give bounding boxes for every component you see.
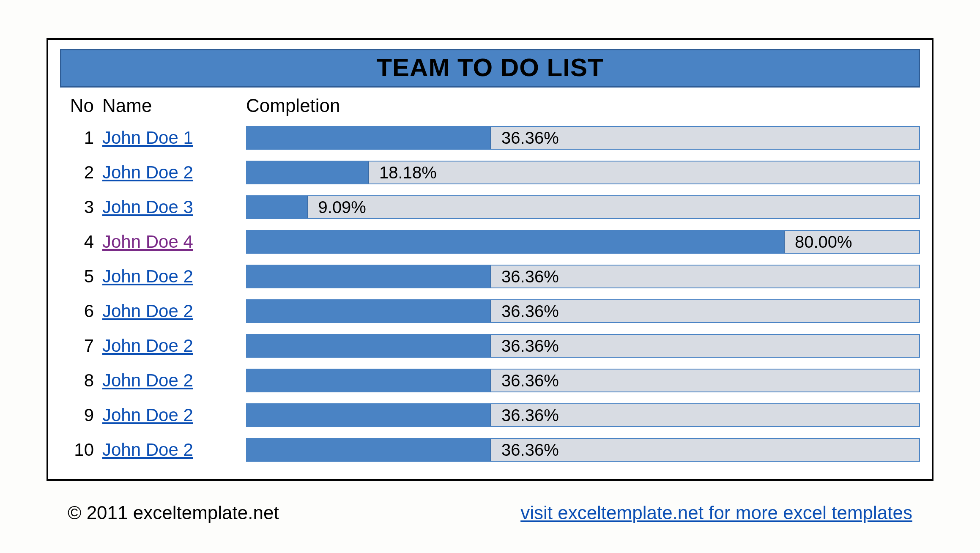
completion-label: 80.00% — [795, 233, 852, 252]
completion-bar-fill — [247, 266, 491, 287]
row-number: 4 — [60, 232, 102, 252]
person-link[interactable]: John Doe 1 — [102, 128, 193, 148]
person-link[interactable]: John Doe 2 — [102, 266, 193, 286]
completion-bar-fill — [247, 300, 491, 322]
completion-bar: 36.36% — [246, 126, 920, 150]
completion-bar: 36.36% — [246, 438, 920, 462]
completion-bar-fill — [247, 439, 491, 461]
header-name: Name — [102, 95, 246, 116]
completion-label: 36.36% — [501, 441, 559, 460]
completion-bar-fill — [247, 335, 491, 357]
row-number: 9 — [60, 405, 102, 425]
completion-label: 36.36% — [501, 406, 559, 425]
person-link[interactable]: John Doe 3 — [102, 197, 193, 217]
header-no: No — [60, 95, 102, 116]
header-completion: Completion — [246, 95, 920, 116]
completion-bar-fill — [247, 231, 785, 253]
table-row: 2John Doe 218.18% — [60, 155, 920, 190]
row-number: 8 — [60, 370, 102, 391]
row-number: 10 — [60, 440, 102, 460]
row-number: 2 — [60, 162, 102, 183]
row-name-cell: John Doe 3 — [102, 197, 246, 217]
row-number: 5 — [60, 266, 102, 287]
completion-label: 36.36% — [501, 267, 559, 286]
row-name-cell: John Doe 4 — [102, 232, 246, 252]
completion-bar-fill — [247, 370, 491, 391]
row-number: 3 — [60, 197, 102, 217]
row-number: 1 — [60, 128, 102, 148]
completion-bar: 36.36% — [246, 369, 920, 392]
table-row: 1John Doe 136.36% — [60, 120, 920, 155]
completion-bar-fill — [247, 404, 491, 426]
person-link[interactable]: John Doe 2 — [102, 370, 193, 390]
completion-bar-fill — [247, 127, 491, 149]
completion-bar: 36.36% — [246, 265, 920, 288]
row-name-cell: John Doe 2 — [102, 370, 246, 391]
completion-label: 18.18% — [379, 163, 437, 182]
row-name-cell: John Doe 2 — [102, 266, 246, 287]
row-name-cell: John Doe 2 — [102, 301, 246, 321]
row-name-cell: John Doe 2 — [102, 336, 246, 356]
table-row: 10John Doe 236.36% — [60, 433, 920, 467]
more-templates-link[interactable]: visit exceltemplate.net for more excel t… — [520, 502, 912, 523]
completion-bar: 9.09% — [246, 195, 920, 219]
completion-bar: 36.36% — [246, 299, 920, 323]
completion-bar-fill — [247, 196, 308, 218]
person-link[interactable]: John Doe 2 — [102, 405, 193, 425]
completion-bar: 18.18% — [246, 161, 920, 184]
table-row: 9John Doe 236.36% — [60, 398, 920, 433]
table-row: 6John Doe 236.36% — [60, 294, 920, 329]
table-row: 8John Doe 236.36% — [60, 363, 920, 398]
completion-label: 9.09% — [318, 198, 366, 217]
rows-container: 1John Doe 136.36%2John Doe 218.18%3John … — [60, 120, 920, 467]
title-bar: TEAM TO DO LIST — [60, 49, 920, 88]
completion-label: 36.36% — [501, 129, 559, 148]
table-row: 4John Doe 480.00% — [60, 224, 920, 259]
person-link[interactable]: John Doe 2 — [102, 162, 193, 182]
completion-bar: 36.36% — [246, 403, 920, 427]
row-name-cell: John Doe 2 — [102, 405, 246, 425]
todo-frame: TEAM TO DO LIST No Name Completion 1John… — [47, 38, 933, 481]
completion-bar: 80.00% — [246, 230, 920, 254]
header-row: No Name Completion — [60, 95, 920, 116]
completion-label: 36.36% — [501, 371, 559, 390]
row-name-cell: John Doe 1 — [102, 128, 246, 148]
row-number: 7 — [60, 336, 102, 356]
footer: © 2011 exceltemplate.net visit exceltemp… — [68, 502, 912, 523]
completion-bar-fill — [247, 162, 369, 183]
completion-label: 36.36% — [501, 337, 559, 356]
row-name-cell: John Doe 2 — [102, 440, 246, 460]
person-link[interactable]: John Doe 4 — [102, 232, 193, 252]
person-link[interactable]: John Doe 2 — [102, 301, 193, 321]
table-row: 7John Doe 236.36% — [60, 329, 920, 363]
table-row: 5John Doe 236.36% — [60, 259, 920, 294]
row-name-cell: John Doe 2 — [102, 162, 246, 183]
row-number: 6 — [60, 301, 102, 321]
completion-bar: 36.36% — [246, 334, 920, 358]
person-link[interactable]: John Doe 2 — [102, 440, 193, 460]
table-row: 3John Doe 39.09% — [60, 190, 920, 224]
person-link[interactable]: John Doe 2 — [102, 336, 193, 356]
copyright-text: © 2011 exceltemplate.net — [68, 502, 279, 523]
completion-label: 36.36% — [501, 302, 559, 321]
